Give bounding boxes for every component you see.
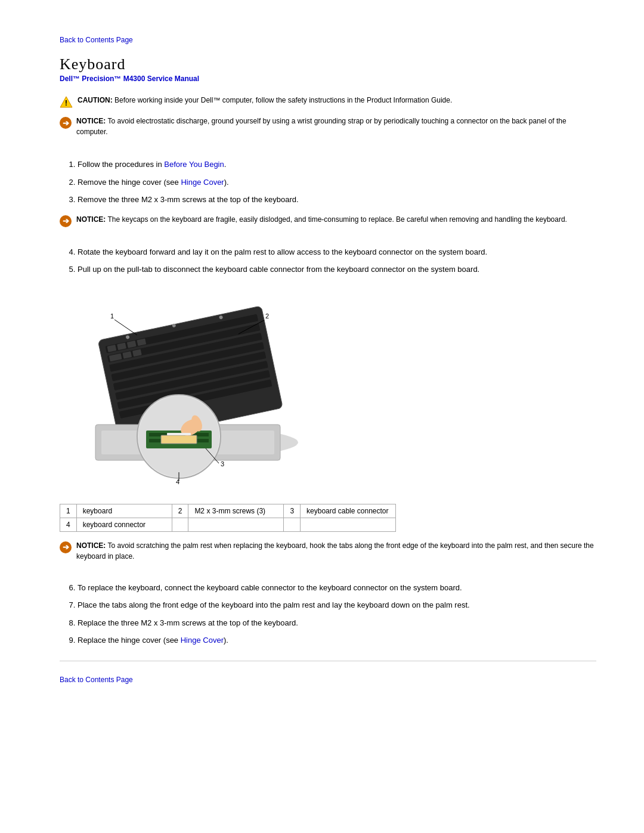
notice-icon-3: ➔	[60, 541, 72, 553]
caution-block: ! CAUTION: Before working inside your De…	[60, 95, 596, 109]
notice-block-2: ➔ NOTICE: The keycaps on the keyboard ar…	[60, 214, 596, 227]
notice-icon-1: ➔	[60, 117, 72, 129]
step-9: Replace the hinge cover (see Hinge Cover…	[78, 634, 596, 646]
svg-rect-32	[167, 433, 191, 435]
part-num-6	[284, 518, 301, 531]
steps-list-middle: Rotate the keyboard forward and lay it o…	[78, 246, 596, 275]
caution-icon: !	[60, 95, 73, 109]
svg-line-34	[114, 320, 137, 335]
part-label-2: M2 x 3-mm screws (3)	[188, 504, 284, 518]
parts-table: 1 keyboard 2 M2 x 3-mm screws (3) 3 keyb…	[60, 504, 396, 532]
hinge-cover-link-2[interactable]: Hinge Cover	[181, 636, 224, 645]
steps-list-before: Follow the procedures in Before You Begi…	[78, 159, 596, 206]
notice-block-3: ➔ NOTICE: To avoid scratching the palm r…	[60, 540, 596, 562]
notice-icon-2: ➔	[60, 215, 72, 227]
svg-rect-29	[161, 435, 197, 444]
keyboard-diagram: 1 2 3 4	[60, 287, 596, 492]
svg-text:3: 3	[221, 460, 224, 467]
part-num-4: 4	[60, 518, 77, 531]
svg-text:2: 2	[265, 312, 269, 320]
step-4: Rotate the keyboard forward and lay it o…	[78, 246, 596, 258]
back-to-contents-top[interactable]: Back to Contents Page	[60, 36, 596, 44]
svg-text:!: !	[65, 98, 67, 107]
part-label-3: keyboard cable connector	[301, 504, 396, 518]
part-num-2: 2	[172, 504, 188, 518]
part-label-4: keyboard connector	[76, 518, 172, 531]
page-title: Keyboard	[60, 55, 596, 73]
part-label-6	[301, 518, 396, 531]
notice-text-3: NOTICE: To avoid scratching the palm res…	[76, 540, 596, 562]
part-num-1: 1	[60, 504, 77, 518]
step-8: Replace the three M2 x 3-mm screws at th…	[78, 617, 596, 629]
back-to-contents-bottom[interactable]: Back to Contents Page	[60, 676, 596, 684]
part-num-5	[172, 518, 188, 531]
hinge-cover-link-1[interactable]: Hinge Cover	[181, 178, 224, 187]
step-6: To replace the keyboard, connect the key…	[78, 582, 596, 594]
step-2: Remove the hinge cover (see Hinge Cover)…	[78, 176, 596, 188]
page-subtitle: Dell™ Precision™ M4300 Service Manual	[60, 75, 596, 83]
keyboard-svg: 1 2 3 4	[60, 287, 310, 490]
step-1: Follow the procedures in Before You Begi…	[78, 159, 596, 171]
steps-list-after: To replace the keyboard, connect the key…	[78, 582, 596, 646]
part-label-5	[188, 518, 284, 531]
part-num-3: 3	[284, 504, 301, 518]
svg-text:1: 1	[110, 312, 114, 320]
page-divider	[60, 661, 596, 661]
step-7: Place the tabs along the front edge of t…	[78, 599, 596, 611]
table-row: 1 keyboard 2 M2 x 3-mm screws (3) 3 keyb…	[60, 504, 396, 518]
step-5: Pull up on the pull-tab to disconnect th…	[78, 264, 596, 275]
table-row: 4 keyboard connector	[60, 518, 396, 531]
notice-block-1: ➔ NOTICE: To avoid electrostatic dischar…	[60, 116, 596, 137]
part-label-1: keyboard	[76, 504, 172, 518]
before-you-begin-link[interactable]: Before You Begin	[164, 160, 224, 169]
step-3: Remove the three M2 x 3-mm screws at the…	[78, 194, 596, 206]
caution-text: CAUTION: Before working inside your Dell…	[78, 95, 452, 106]
notice-text-2: NOTICE: The keycaps on the keyboard are …	[76, 214, 567, 225]
notice-text-1: NOTICE: To avoid electrostatic discharge…	[76, 116, 596, 137]
